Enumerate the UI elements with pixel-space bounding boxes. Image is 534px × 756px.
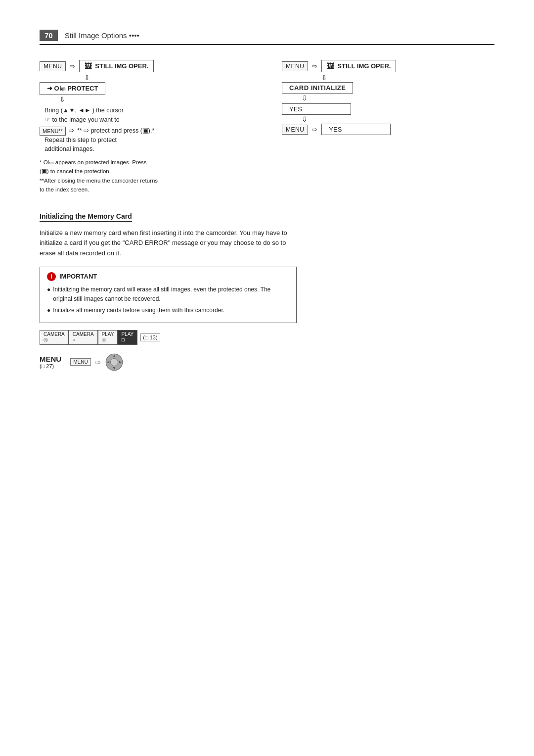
footnotes: * O㎞ appears on protected images. Press … [40, 158, 158, 194]
left-menu-flow: MENU ⇨ 🖼 STILL IMG OPER. ⇩ ➜ O㎞ PROTECT … [40, 60, 252, 194]
right-down-arrow-1: ⇩ [321, 74, 327, 82]
important-box: i IMPORTANT ● Initializing the memory ca… [40, 267, 297, 323]
left-down-arrow-1: ⇩ [84, 74, 90, 82]
menu-label: MENU [40, 355, 61, 363]
important-icon: i [47, 272, 56, 281]
menu-section: MENU (□ 27) MENU ⇨ [40, 353, 494, 372]
small-menu-btn: MENU [70, 358, 90, 366]
section-body: Initialize a new memory card when first … [40, 228, 297, 259]
star-text: ** ⇨ protect and press (▣).* [77, 127, 154, 134]
right-menu-row: MENU ⇨ 🖼 STILL IMG OPER. [282, 60, 396, 72]
menu-star-label: MENU [43, 128, 58, 134]
mode-ref: (□ 13) [140, 333, 160, 341]
page-header: 70 Still Image Options •••• [40, 30, 494, 45]
protect-label: ➜ O㎞ PROTECT [47, 84, 98, 93]
nav-arrow: ⇨ [95, 358, 101, 366]
additional-line: additional images. [44, 144, 117, 154]
menu-star-btn: MENU** [40, 127, 66, 136]
mode-tab-play1: PLAY㊅ [98, 330, 118, 345]
section-heading: Initializing the Memory Card [40, 212, 132, 222]
left-menu-row: MENU ⇨ 🖼 STILL IMG OPER. [40, 60, 154, 72]
left-diagram-col: MENU ⇨ 🖼 STILL IMG OPER. ⇩ ➜ O㎞ PROTECT … [40, 60, 252, 194]
important-bullets: ● Initializing the memory card will eras… [47, 285, 289, 316]
footnote-1a: * O㎞ appears on protected images. Press [40, 158, 158, 167]
bullet-item-1: ● Initializing the memory card will eras… [47, 285, 289, 304]
protect-box: ➜ O㎞ PROTECT [40, 82, 105, 95]
mode-tab-camera1: CAMERA㊅ [40, 330, 69, 345]
yes-label-1: YES [289, 105, 302, 113]
nav-cross-icon [105, 353, 124, 372]
menu-sub-ref: (□ 27) [40, 363, 61, 369]
bullet-item-2: ● Initialize all memory cards before usi… [47, 306, 289, 315]
menu-star-row: MENU** ⇨ ** ⇨ protect and press (▣).* [40, 127, 154, 136]
right-menu-btn-2: MENU [282, 125, 308, 135]
bullet-dot-2: ● [47, 306, 50, 315]
svg-point-1 [110, 358, 118, 366]
page-title: Still Image Options •••• [65, 31, 139, 40]
bullet-text-1: Initializing the memory card will erase … [53, 285, 289, 304]
repeat-text-block: Repeat this step to protect additional i… [44, 136, 117, 154]
footnote-2a: **After closing the menu the camcorder r… [40, 176, 158, 185]
footnote-1b: (▣) to cancel the protection. [40, 167, 158, 176]
bullet-dot-1: ● [47, 285, 50, 304]
right-img-oper-box: 🖼 STILL IMG OPER. [321, 60, 396, 72]
left-img-oper-label: STILL IMG OPER. [95, 62, 148, 70]
star-arrow: ⇨ [69, 127, 74, 134]
right-img-oper-label: STILL IMG OPER. [337, 62, 391, 70]
mode-selector: CAMERA㊅ CAMERA○ PLAY㊅ PLAY⊡ (□ 13) [40, 330, 494, 345]
menu-nav-diagram: MENU ⇨ [70, 353, 123, 372]
right-menu-btn: MENU [282, 61, 308, 71]
diagram-area: MENU ⇨ 🖼 STILL IMG OPER. ⇩ ➜ O㎞ PROTECT … [40, 60, 494, 194]
mode-tab-play2: PLAY⊡ [118, 330, 137, 345]
right-menu-yes-row: MENU ⇨ YES [282, 124, 391, 135]
yes-box-2: YES [321, 124, 391, 135]
important-header: i IMPORTANT [47, 272, 289, 281]
left-img-oper-box: 🖼 STILL IMG OPER. [79, 60, 154, 72]
bullet-text-2: Initialize all memory cards before using… [53, 306, 224, 315]
card-init-box: CARD INITIALIZE [282, 82, 353, 94]
important-label: IMPORTANT [59, 273, 97, 280]
right-diagram-col: MENU ⇨ 🖼 STILL IMG OPER. ⇩ CARD INITIALI… [282, 60, 494, 194]
mode-tabs: CAMERA㊅ CAMERA○ PLAY㊅ PLAY⊡ [40, 330, 137, 345]
left-menu-btn: MENU [40, 61, 66, 71]
section-area: Initializing the Memory Card Initialize … [40, 212, 494, 372]
mode-tab-camera2: CAMERA○ [69, 330, 98, 345]
instruction-line2: ☞ to the image you want to [44, 115, 124, 125]
left-down-arrow-2: ⇩ [59, 95, 65, 103]
left-arrow: ⇨ [70, 62, 75, 70]
menu-label-block: MENU (□ 27) [40, 355, 61, 369]
card-init-label: CARD INITIALIZE [289, 84, 346, 92]
img-oper-icon-right: 🖼 [327, 62, 334, 70]
instruction-text: Bring (▲▼, ◄► ) the cursor ☞ to the imag… [44, 106, 124, 125]
repeat-line: Repeat this step to protect [44, 136, 117, 145]
right-down-arrow-2: ⇩ [302, 94, 308, 102]
right-down-arrow-3: ⇩ [302, 115, 308, 123]
footnote-2b: to the index screen. [40, 185, 158, 194]
right-menu-flow: MENU ⇨ 🖼 STILL IMG OPER. ⇩ CARD INITIALI… [282, 60, 494, 136]
instruction-line1: Bring (▲▼, ◄► ) the cursor [44, 106, 124, 115]
right-arrow-2: ⇨ [312, 126, 317, 133]
page-container: 70 Still Image Options •••• MENU ⇨ 🖼 STI… [0, 0, 534, 401]
yes-box-1: YES [282, 103, 351, 115]
yes-label-2: YES [329, 126, 342, 133]
right-arrow: ⇨ [312, 62, 317, 70]
page-number: 70 [40, 30, 58, 41]
img-oper-icon-left: 🖼 [85, 62, 92, 70]
